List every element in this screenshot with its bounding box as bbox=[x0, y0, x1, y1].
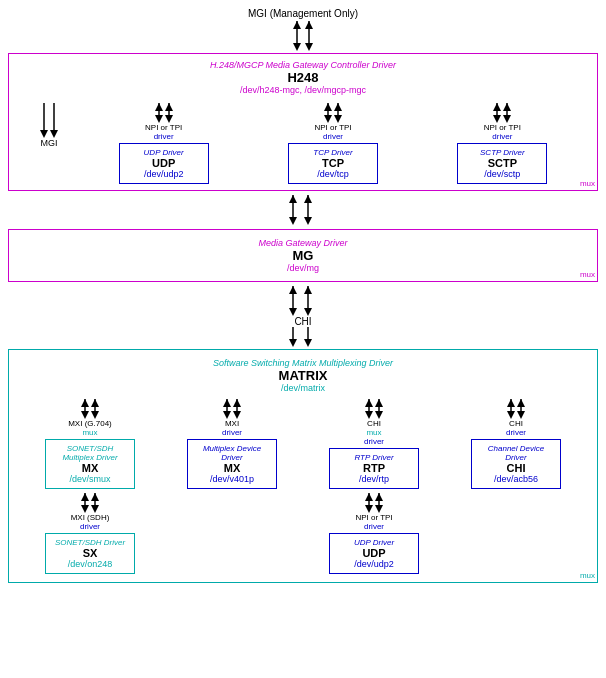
rtp-italic: RTP Driver bbox=[336, 453, 412, 462]
svg-marker-26 bbox=[503, 115, 511, 123]
sctp-path: /dev/sctp bbox=[464, 169, 540, 179]
chi2-label: CHI bbox=[509, 419, 523, 428]
mxi-label: MXI bbox=[225, 419, 239, 428]
rtp-box: RTP Driver RTP /dev/rtp bbox=[329, 448, 419, 489]
svg-marker-33 bbox=[304, 195, 312, 203]
chi-to-matrix-arrows bbox=[283, 327, 323, 347]
rtp-path: /dev/rtp bbox=[336, 474, 412, 484]
driver3-bottom-label: driver bbox=[506, 428, 526, 437]
svg-marker-41 bbox=[289, 339, 297, 347]
udp2-box: UDP Driver UDP /dev/udp2 bbox=[329, 533, 419, 574]
h248-italic: H.248/MGCP Media Gateway Controller Driv… bbox=[19, 60, 587, 70]
svg-marker-35 bbox=[289, 308, 297, 316]
npi-tpi-arrow2 bbox=[318, 103, 348, 123]
svg-marker-1 bbox=[293, 43, 301, 51]
sdh-driver-label: driver bbox=[80, 522, 100, 531]
sctp-italic: SCTP Driver bbox=[464, 148, 540, 157]
svg-marker-73 bbox=[91, 493, 99, 501]
mgi-label: MGI (Management Only) bbox=[248, 8, 358, 19]
chi1-label: CHI bbox=[367, 419, 381, 428]
matrix-box: mux Software Switching Matrix Multiplexi… bbox=[8, 349, 598, 583]
svg-marker-63 bbox=[507, 411, 515, 419]
svg-marker-5 bbox=[305, 21, 313, 29]
svg-marker-72 bbox=[91, 505, 99, 513]
svg-marker-39 bbox=[304, 286, 312, 294]
mgi-down-arrow bbox=[34, 103, 64, 138]
svg-marker-60 bbox=[375, 411, 383, 419]
udp-path: /dev/udp2 bbox=[126, 169, 202, 179]
matrix-col3-arrows bbox=[359, 399, 389, 419]
sonet-sx-path: /dev/on248 bbox=[52, 559, 128, 569]
svg-marker-29 bbox=[289, 217, 297, 225]
svg-marker-57 bbox=[365, 411, 373, 419]
svg-marker-70 bbox=[81, 493, 89, 501]
mgi-conn-label: MGI bbox=[41, 138, 58, 148]
udp-italic: UDP Driver bbox=[126, 148, 202, 157]
svg-marker-45 bbox=[81, 411, 89, 419]
matrix-col4-arrows bbox=[501, 399, 531, 419]
svg-marker-46 bbox=[81, 399, 89, 407]
mg-box: mux Media Gateway Driver MG /dev/mg bbox=[8, 229, 598, 282]
multiplex-path: /dev/v401p bbox=[194, 474, 270, 484]
h248-bold: H248 bbox=[19, 70, 587, 85]
svg-marker-75 bbox=[365, 505, 373, 513]
mux-label-mg: mux bbox=[580, 270, 595, 279]
svg-marker-67 bbox=[517, 399, 525, 407]
svg-marker-11 bbox=[155, 115, 163, 123]
svg-marker-32 bbox=[304, 217, 312, 225]
sctp-bold: SCTP bbox=[464, 157, 540, 169]
multiplex-italic: Multiplex Device Driver bbox=[194, 444, 270, 462]
svg-marker-69 bbox=[81, 505, 89, 513]
sonet-sx-bold: SX bbox=[52, 547, 128, 559]
udp-box: UDP Driver UDP /dev/udp2 bbox=[119, 143, 209, 184]
mg-path: /dev/mg bbox=[19, 263, 587, 273]
svg-marker-49 bbox=[91, 399, 99, 407]
tcp-path: /dev/tcp bbox=[295, 169, 371, 179]
udp-bold: UDP bbox=[126, 157, 202, 169]
svg-marker-38 bbox=[304, 308, 312, 316]
mux1-label: mux bbox=[82, 428, 97, 437]
driver1-bottom-label: driver bbox=[222, 428, 242, 437]
mxi-g704-label: MXI (G.704) bbox=[68, 419, 112, 428]
svg-marker-24 bbox=[493, 103, 501, 111]
sonet-mx-bold: MX bbox=[52, 462, 128, 474]
svg-marker-30 bbox=[289, 195, 297, 203]
npi-tpi-label3: NPI or TPI bbox=[484, 123, 521, 132]
h248-path: /dev/h248-mgc, /dev/mgcp-mgc bbox=[19, 85, 587, 95]
svg-marker-20 bbox=[334, 115, 342, 123]
matrix-col2-arrows bbox=[217, 399, 247, 419]
svg-marker-12 bbox=[155, 103, 163, 111]
h248-box: mux H.248/MGCP Media Gateway Controller … bbox=[8, 53, 598, 191]
rtp-bold: RTP bbox=[336, 462, 412, 474]
matrix-col1-arrows bbox=[75, 399, 105, 419]
svg-marker-51 bbox=[223, 411, 231, 419]
udp2-italic: UDP Driver bbox=[336, 538, 412, 547]
svg-marker-64 bbox=[507, 399, 515, 407]
svg-marker-78 bbox=[375, 505, 383, 513]
matrix-italic: Software Switching Matrix Multiplexing D… bbox=[19, 358, 587, 368]
mgi-arrows bbox=[283, 21, 323, 51]
svg-marker-55 bbox=[233, 399, 241, 407]
svg-marker-54 bbox=[233, 411, 241, 419]
svg-marker-43 bbox=[304, 339, 312, 347]
svg-marker-15 bbox=[165, 103, 173, 111]
npi-tpi-bottom-label: NPI or TPI bbox=[355, 513, 392, 522]
driver-label2: driver bbox=[323, 132, 343, 141]
svg-marker-61 bbox=[375, 399, 383, 407]
driver2-bottom-label: driver bbox=[364, 437, 384, 446]
svg-marker-48 bbox=[91, 411, 99, 419]
sonet-sdh-arrows bbox=[75, 493, 105, 513]
svg-marker-27 bbox=[503, 103, 511, 111]
tcp-italic: TCP Driver bbox=[295, 148, 371, 157]
mg-to-chi-arrows bbox=[283, 286, 323, 316]
svg-marker-17 bbox=[324, 115, 332, 123]
driver-label1: driver bbox=[154, 132, 174, 141]
chi-device-italic: Channel Device Driver bbox=[478, 444, 554, 462]
multiplex-bold: MX bbox=[194, 462, 270, 474]
mux-label-h248: mux bbox=[580, 179, 595, 188]
npi-tpi-arrow1 bbox=[149, 103, 179, 123]
svg-marker-21 bbox=[334, 103, 342, 111]
svg-marker-18 bbox=[324, 103, 332, 111]
svg-marker-9 bbox=[50, 130, 58, 138]
npi-tpi-label2: NPI or TPI bbox=[314, 123, 351, 132]
